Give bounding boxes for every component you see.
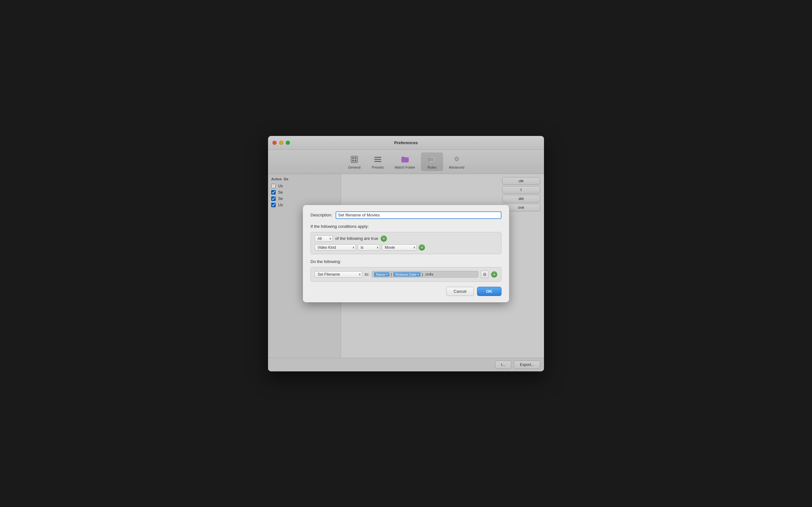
conditions-box: All Any None of the following are true +… (310, 232, 502, 254)
condition-inner-row: Video Kind Name Year is is not contains (315, 244, 497, 250)
gear-icon: ⚙ (483, 272, 487, 277)
cancel-button[interactable]: Cancel (446, 287, 473, 296)
add-condition-row-button[interactable]: + (419, 244, 425, 250)
conditions-heading: If the following conditions apply: (310, 224, 502, 229)
token-release-chevron-icon: ▾ (417, 273, 419, 276)
condition-value-select[interactable]: Movie TV Show Music Video (382, 244, 417, 250)
filename-field[interactable]: Name ▾ ( Release Date ▾ ) .m4v (372, 271, 478, 278)
token-ext: .m4v (424, 272, 433, 277)
token-paren-close: ) (422, 272, 423, 277)
condition-value-wrapper[interactable]: Movie TV Show Music Video (382, 244, 417, 250)
condition-kind-wrapper[interactable]: Video Kind Name Year (315, 244, 356, 250)
token-name[interactable]: Name ▾ (374, 272, 389, 277)
preferences-window: Preferences General (268, 136, 544, 372)
description-row: Description: (310, 211, 502, 219)
ok-button[interactable]: OK (477, 287, 502, 296)
rule-editor-modal: Description: If the following conditions… (303, 205, 509, 302)
condition-is-wrapper[interactable]: is is not contains (358, 244, 380, 250)
action-to-label: to: (365, 272, 369, 277)
gear-button[interactable]: ⚙ (481, 271, 489, 278)
token-name-text: Name (376, 273, 385, 276)
token-release-date-text: Release Date (395, 273, 416, 276)
condition-all-wrapper[interactable]: All Any None (315, 235, 333, 242)
token-paren-open: ( (391, 272, 392, 277)
description-input[interactable] (336, 211, 502, 219)
condition-all-select[interactable]: All Any None (315, 235, 333, 242)
token-name-chevron-icon: ▾ (386, 273, 388, 276)
modal-buttons: Cancel OK (310, 287, 502, 296)
description-label: Description: (310, 213, 333, 217)
condition-is-select[interactable]: is is not contains (358, 244, 380, 250)
condition-all-row: All Any None of the following are true + (315, 235, 497, 242)
token-release-date[interactable]: Release Date ▾ (393, 272, 420, 277)
action-box: Set Filename Set Title Move to Folder to… (310, 267, 502, 282)
action-heading: Do the following: (310, 259, 502, 264)
action-row: Set Filename Set Title Move to Folder to… (315, 271, 497, 278)
add-condition-button[interactable]: + (380, 235, 387, 242)
add-action-button[interactable]: + (491, 271, 497, 278)
condition-kind-select[interactable]: Video Kind Name Year (315, 244, 356, 250)
modal-overlay: Description: If the following conditions… (268, 136, 544, 372)
action-select[interactable]: Set Filename Set Title Move to Folder (315, 271, 362, 278)
action-select-wrapper[interactable]: Set Filename Set Title Move to Folder (315, 271, 362, 278)
condition-suffix-text: of the following are true (335, 236, 378, 241)
